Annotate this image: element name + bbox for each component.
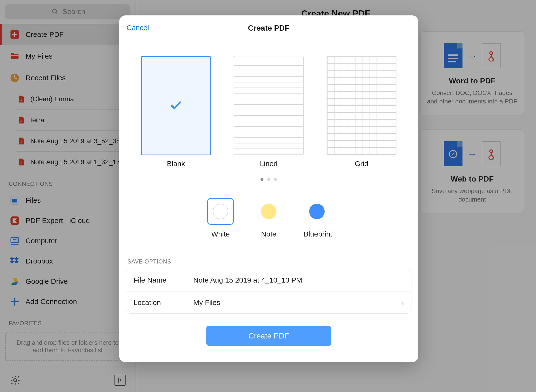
template-label: Grid: [327, 160, 396, 168]
template-grid[interactable]: Grid: [327, 56, 396, 168]
cancel-button[interactable]: Cancel: [127, 24, 149, 32]
chevron-right-icon: ›: [401, 298, 404, 307]
dot[interactable]: [267, 178, 270, 181]
swatch-note[interactable]: Note: [255, 198, 282, 238]
create-pdf-modal: Cancel Create PDF Blank Lined Grid White: [119, 15, 418, 362]
modal-title: Create PDF: [119, 24, 418, 33]
dot[interactable]: [261, 178, 263, 181]
checkmark-icon: [169, 99, 182, 112]
filename-key: File Name: [134, 276, 187, 284]
filename-row[interactable]: File Name Note Aug 15 2019 at 4_10_13 PM: [126, 269, 411, 291]
template-label: Blank: [141, 160, 211, 168]
location-row[interactable]: Location My Files ›: [126, 291, 411, 313]
template-blank[interactable]: Blank: [141, 56, 211, 168]
swatch-color: [213, 204, 228, 219]
swatch-color: [261, 204, 276, 219]
save-options-box: File Name Note Aug 15 2019 at 4_10_13 PM…: [126, 269, 411, 314]
dot[interactable]: [274, 178, 277, 181]
template-picker: Blank Lined Grid: [119, 56, 418, 168]
save-options-label: SAVE OPTIONS: [126, 258, 411, 265]
color-picker: White Note Blueprint: [119, 198, 418, 238]
swatch-label: Blueprint: [304, 230, 330, 238]
swatch-white[interactable]: White: [207, 198, 234, 238]
filename-value: Note Aug 15 2019 at 4_10_13 PM: [193, 276, 404, 284]
template-label: Lined: [234, 160, 304, 168]
template-lined[interactable]: Lined: [234, 56, 304, 168]
swatch-label: Note: [255, 230, 282, 238]
swatch-color: [309, 204, 325, 219]
page-dots: [119, 178, 418, 181]
location-value: My Files: [193, 298, 395, 307]
location-key: Location: [134, 298, 187, 307]
swatch-blueprint[interactable]: Blueprint: [304, 198, 330, 238]
create-pdf-button[interactable]: Create PDF: [206, 326, 331, 346]
swatch-label: White: [207, 230, 234, 238]
